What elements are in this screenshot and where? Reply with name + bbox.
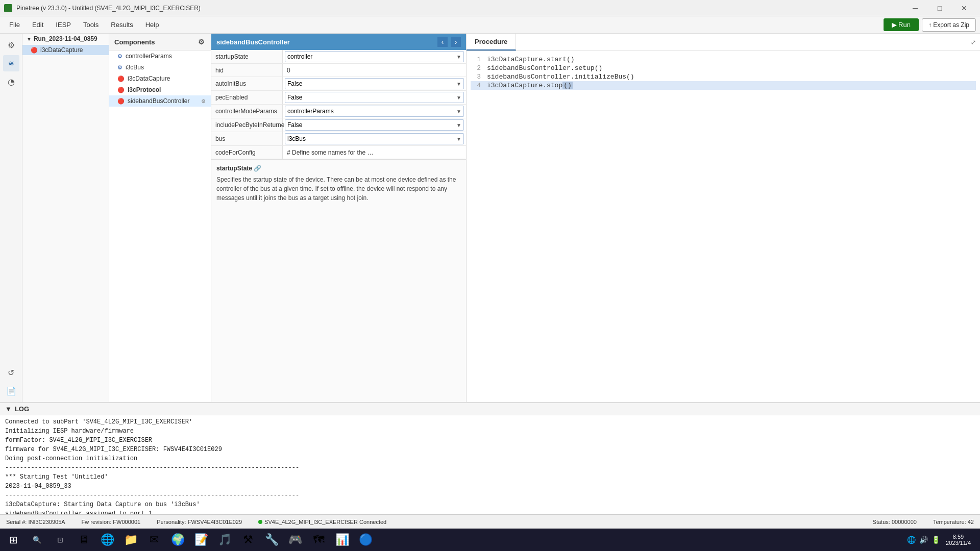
comp-item-sidebandBusController[interactable]: 🔴 sidebandBusController ⚙ [109, 95, 211, 107]
comp-label-i3cDataCapture: i3cDataCapture [128, 75, 170, 82]
chart-app-button[interactable]: 📊 [331, 529, 353, 551]
settings-icon[interactable]: ⚙ [3, 37, 19, 53]
search-button[interactable]: 🔍 [26, 529, 48, 551]
components-header: Components ⚙ [109, 34, 211, 51]
props-nav-right[interactable]: › [451, 37, 461, 47]
connection-dot [258, 520, 262, 524]
status-personality: Personality: FWSV4E4I3C01E029 [157, 519, 242, 525]
prop-name-autoInitBus: autoInitBus [211, 77, 283, 90]
tree-panel: ▼ Run_2023-11-04_0859 🔴 i3cDataCapture [22, 34, 109, 402]
code-line-1: 1 i3cDataCapture.start() [471, 55, 976, 64]
clock-time: 8:59 [946, 534, 971, 540]
prop-select-autoInitBus[interactable]: False ▼ [285, 78, 464, 89]
tools-button[interactable]: ⚒ [237, 529, 259, 551]
explorer-button[interactable]: 🖥 [72, 529, 95, 551]
components-settings-icon[interactable]: ⚙ [197, 37, 206, 47]
status-temp: Temperature: 42 [933, 519, 974, 525]
prop-select-bus[interactable]: i3cBus ▼ [285, 133, 464, 144]
doc-icon[interactable]: 📄 [3, 383, 19, 399]
prop-select-includePec[interactable]: False ▼ [285, 119, 464, 131]
prop-select-text-autoInitBus: False [287, 80, 456, 87]
serial-val: INI3C230905A [28, 519, 65, 525]
prop-select-pecEnabled[interactable]: False ▼ [285, 92, 464, 103]
line-code-1: i3cDataCapture.start() [487, 56, 575, 63]
personality-label: Personality: [157, 519, 186, 525]
status-bar: Serial #: INI3C230905A Fw revision: FW00… [0, 514, 980, 529]
fw-val: FW000001 [113, 519, 140, 525]
mail-button[interactable]: ✉ [143, 529, 165, 551]
menu-iesp[interactable]: IESP [51, 19, 76, 31]
clock[interactable]: 8:59 2023/11/4 [943, 533, 974, 547]
prop-name-bus: bus [211, 132, 283, 145]
line-num-1: 1 [471, 56, 481, 63]
taskbar: ⊞ 🔍 ⊡ 🖥 🌐 📁 ✉ 🌍 📝 🎵 ⚒ 🔧 🎮 🗺 📊 🔵 🌐 🔊 🔋 8:… [0, 529, 980, 551]
props-nav-left[interactable]: ‹ [437, 37, 448, 47]
tab-procedure[interactable]: Procedure [467, 34, 516, 51]
menu-edit[interactable]: Edit [27, 19, 48, 31]
comp-icon-i3cDataCapture: 🔴 [117, 76, 125, 82]
tree-items: 🔴 i3cDataCapture [22, 44, 109, 402]
signal-icon[interactable]: ≋ [3, 55, 19, 71]
prop-row-codeForConfig: codeForConfig # Define some names for th… [211, 146, 466, 159]
game-button[interactable]: 🎮 [284, 529, 306, 551]
prop-text-codeForConfig: # Define some names for the target addre… [285, 148, 377, 157]
start-button[interactable]: ⊞ [2, 529, 24, 551]
prop-row-includePec: includePecByteInReturnedDat False ▼ [211, 118, 466, 132]
title-text: Pinetree (v 23.3.0) - Untitled (SV4E_4L2… [16, 5, 201, 12]
volume-icon[interactable]: 🔊 [918, 535, 928, 545]
menu-results[interactable]: Results [106, 19, 138, 31]
prop-row-pecEnabled: pecEnabled False ▼ [211, 91, 466, 105]
music-button[interactable]: 🎵 [213, 529, 236, 551]
serial-label: Serial #: [6, 519, 27, 525]
properties-panel: sidebandBusController ‹ › startupState c… [211, 34, 467, 402]
chart-icon[interactable]: ◔ [3, 73, 19, 90]
prop-select-controllerModeParams[interactable]: controllerParams ▼ [285, 106, 464, 117]
tree-item-icon: 🔴 [31, 47, 38, 54]
clock-date: 2023/11/4 [946, 540, 971, 546]
status-val: 00000000 [892, 519, 917, 525]
components-panel: Components ⚙ ⚙ controllerParams ⚙ i3cBus… [109, 34, 211, 402]
line-num-4: 4 [471, 82, 481, 89]
chevron-down-icon-5: ▼ [456, 122, 461, 128]
settings-app-button[interactable]: 🔧 [260, 529, 283, 551]
maximize-icon[interactable]: ⤢ [967, 37, 980, 48]
browser-button[interactable]: 🌍 [166, 529, 189, 551]
tree-header[interactable]: ▼ Run_2023-11-04_0859 [22, 34, 109, 44]
menu-bar: File Edit IESP Tools Results Help ▶ Run … [0, 16, 980, 34]
line-num-3: 3 [471, 73, 481, 81]
minimize-button[interactable]: ─ [903, 0, 927, 16]
log-title: LOG [15, 405, 29, 413]
maps-button[interactable]: 🗺 [307, 529, 330, 551]
menu-help[interactable]: Help [140, 19, 164, 31]
collapse-icon: ▼ [27, 36, 32, 42]
properties-header: sidebandBusController ‹ › [211, 34, 466, 50]
maximize-button[interactable]: □ [928, 0, 951, 16]
network-icon[interactable]: 🌐 [906, 535, 916, 545]
prop-name-hid: hid [211, 64, 283, 77]
comp-item-i3cBus[interactable]: ⚙ i3cBus [109, 62, 211, 73]
log-panel: ▼ LOG Connected to subPart 'SV4E_4L2G_MI… [0, 402, 980, 514]
files-button[interactable]: 📁 [119, 529, 142, 551]
status-serial: Serial #: INI3C230905A [6, 519, 65, 525]
taskview-button[interactable]: ⊡ [49, 529, 71, 551]
reload-icon[interactable]: ↺ [3, 364, 19, 381]
run-button[interactable]: ▶ Run [884, 18, 919, 31]
log-header[interactable]: ▼ LOG [0, 403, 980, 415]
battery-icon[interactable]: 🔋 [930, 535, 941, 545]
chrome-button[interactable]: 🌐 [96, 529, 118, 551]
close-button[interactable]: ✕ [952, 0, 976, 16]
comp-item-i3cProtocol[interactable]: 🔴 i3cProtocol [109, 84, 211, 95]
prop-select-text-pecEnabled: False [287, 94, 456, 101]
menu-file[interactable]: File [4, 19, 25, 31]
tree-item-i3cDataCapture[interactable]: 🔴 i3cDataCapture [22, 45, 109, 55]
log-text: Connected to subPart 'SV4E_4L2G_MIPI_I3C… [5, 417, 975, 514]
prop-name-controllerModeParams: controllerModeParams [211, 105, 283, 118]
prop-select-startupState[interactable]: controller ▼ [285, 51, 464, 62]
app16-button[interactable]: 🔵 [354, 529, 377, 551]
comp-item-i3cDataCapture[interactable]: 🔴 i3cDataCapture [109, 73, 211, 84]
menu-tools[interactable]: Tools [78, 19, 104, 31]
export-zip-button[interactable]: ↑ Export as Zip [922, 18, 976, 32]
prop-row-hid: hid 0 [211, 64, 466, 77]
comp-item-controllerParams[interactable]: ⚙ controllerParams [109, 51, 211, 62]
notepad-button[interactable]: 📝 [190, 529, 212, 551]
